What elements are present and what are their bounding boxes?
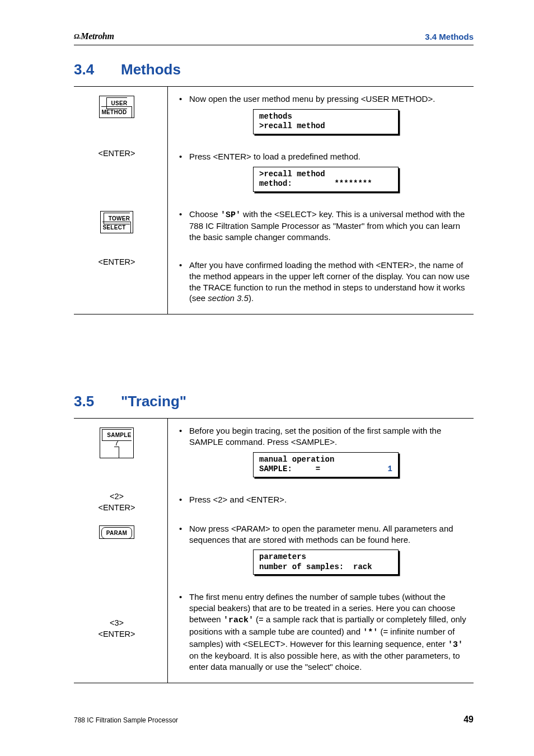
key-label-line1: SAMPLE [107, 432, 131, 438]
key-cell: <ENTER> [74, 144, 168, 202]
page-header: Ω.Metrohm 3.4 Methods [74, 31, 474, 41]
instruction-text: Press <ENTER> to load a predefined metho… [179, 151, 474, 162]
methods-table: USER METHOD Now open the user method men… [74, 87, 474, 314]
page-number: 49 [463, 715, 474, 725]
instruction-text: Now open the user method menu by pressin… [179, 93, 474, 105]
lcd-display: parameters number of samples: rack [253, 550, 399, 575]
instruction-cell: Before you begin tracing, set the positi… [168, 419, 474, 487]
enter-key-label: <ENTER> [98, 257, 135, 266]
lcd-display: >recall method method: ******** [253, 167, 399, 192]
key-label-sub: 7 [102, 439, 131, 447]
key-cell: <ENTER> [74, 253, 168, 314]
instruction-cell: After you have confirmed loading the met… [168, 253, 474, 314]
tower-select-key-icon: TOWER SELECT [100, 211, 133, 233]
instruction-text: Now press <PARAM> to open the parameter … [179, 523, 474, 546]
sample-7-key-icon: SAMPLE 7 [100, 428, 133, 458]
page-footer: 788 IC Filtration Sample Processor 49 [74, 715, 474, 725]
two-key-label: <2> [74, 492, 160, 501]
lcd-display: manual operation SAMPLE: =1 [253, 452, 399, 477]
enter-key-label: <ENTER> [74, 630, 160, 638]
key-label-line2: SELECT [102, 224, 125, 231]
header-section-label: 3.4 Methods [425, 32, 474, 41]
key-cell: <2> <ENTER> [74, 487, 168, 516]
instruction-text: Press <2> and <ENTER>. [179, 494, 474, 505]
instruction-text: Before you begin tracing, set the positi… [179, 425, 474, 448]
instruction-cell: Now press <PARAM> to open the parameter … [168, 516, 474, 585]
key-cell: SAMPLE 7 [74, 419, 168, 487]
user-method-key-icon: USER METHOD [99, 96, 134, 118]
key-label-line1: USER [111, 100, 128, 106]
instruction-text: The first menu entry defines the number … [179, 591, 474, 673]
instruction-cell: Now open the user method menu by pressin… [168, 87, 474, 144]
key-label-line1: TOWER [109, 215, 130, 222]
section-3.5-heading: 3.5"Tracing" [74, 393, 474, 410]
key-cell: TOWER SELECT [74, 202, 168, 253]
instruction-text: Choose 'SP' with the <SELECT> key. This … [179, 209, 474, 243]
instruction-cell: Choose 'SP' with the <SELECT> key. This … [168, 202, 474, 253]
tracing-table: SAMPLE 7 Before you begin tracing, set t… [74, 419, 474, 683]
instruction-cell: Press <2> and <ENTER>. [168, 487, 474, 516]
enter-key-label: <ENTER> [74, 503, 160, 512]
enter-key-label: <ENTER> [98, 149, 135, 158]
footer-left: 788 IC Filtration Sample Processor [74, 716, 178, 724]
section-3.4-heading: 3.4Methods [74, 61, 474, 78]
param-key-icon: PARAM [99, 525, 134, 539]
key-cell: <3> <ENTER> [74, 585, 168, 683]
brand-logo: Ω.Metrohm [74, 31, 114, 41]
key-label: PARAM [101, 527, 132, 539]
instruction-cell: The first menu entry defines the number … [168, 585, 474, 683]
three-key-label: <3> [74, 618, 160, 627]
key-label-line2: METHOD [101, 109, 127, 115]
lcd-display: methods >recall method [253, 109, 399, 134]
key-cell: USER METHOD [74, 87, 168, 144]
instruction-cell: Press <ENTER> to load a predefined metho… [168, 144, 474, 202]
key-cell: PARAM [74, 516, 168, 585]
instruction-text: After you have confirmed loading the met… [179, 260, 474, 304]
header-rule [74, 45, 474, 45]
